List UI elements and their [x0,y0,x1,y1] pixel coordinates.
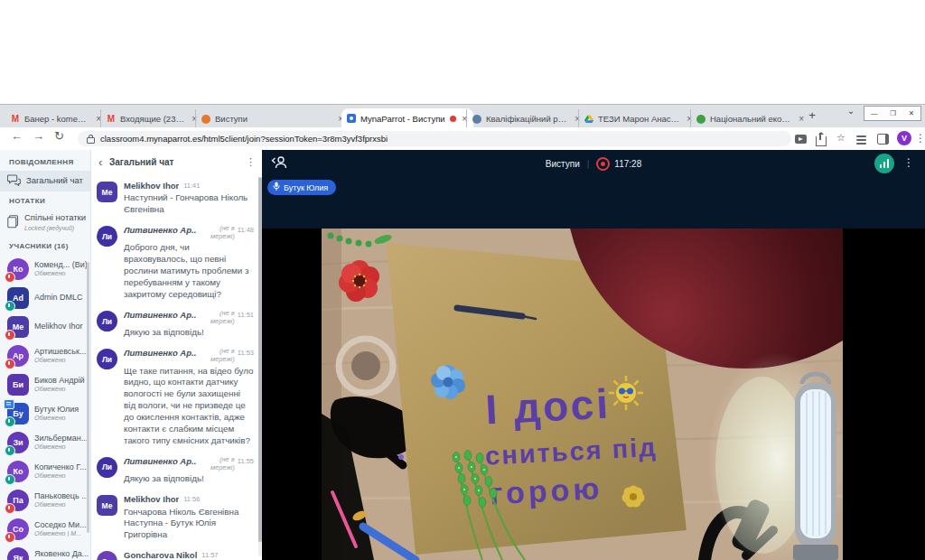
browser-tab-vystupy[interactable]: Виступи × [195,109,350,128]
avatar: Ли [97,226,117,247]
chat-menu-icon[interactable]: ⋮ [246,156,256,168]
browser-tab-strip: M Банер - komendantov@n × M Входящие (23… [0,104,925,128]
chat-bubbles-icon [7,174,21,188]
participant-row[interactable]: Ар Артишевськ...Обмежено [0,341,90,370]
sidebar-item-public-chat[interactable]: Загальний чат [0,171,90,191]
tab-title: Входящие (23) - komenda [120,114,186,124]
browser-tab-qualification[interactable]: Кваліфікаційний раунд 2 × [466,109,586,128]
participant-row[interactable]: Ad Admin DMLC [0,284,90,313]
url-bar[interactable]: classroom4.mynaparrot.es/html5client/joi… [78,131,791,146]
video-text-line1: І досі [484,379,612,433]
participant-row[interactable]: Me Melikhov Ihor [0,313,90,341]
profile-avatar[interactable]: V [897,131,911,145]
share-icon[interactable] [816,135,827,146]
side-panel-icon[interactable] [877,134,889,145]
stage-menu-icon[interactable]: ⋮ [903,156,914,169]
globe-icon [472,115,481,124]
muted-mic-badge [5,272,15,283]
classroom-app: ПОВІДОМЛЕННЯ Загальний чат НОТАТКИ Спіль… [0,150,925,560]
muted-mic-badge [5,330,15,341]
back-button[interactable]: ← [11,129,23,143]
participants-list: Ко Коменд... (Ви)Обмежено Ad Admin DMLC … [0,255,90,560]
chat-message: Go Goncharova Nikol11:57 + [97,550,254,560]
tab-title: ТЕЗИ Марон Анастасія - [598,114,681,124]
gmail-icon: M [11,115,20,124]
connection-status-icon[interactable] [874,154,894,173]
muted-mic-badge [5,503,15,514]
gmail-icon: M [107,115,116,124]
separator: | [587,159,590,169]
browser-tab-eco[interactable]: Національний еколого-н × [690,109,810,128]
maximize-button[interactable]: ❐ [890,109,896,117]
mic-icon [273,182,280,193]
tab-search-chevron-icon[interactable]: ⌄ [844,106,858,122]
participant-row[interactable]: Па Паньковець ...Обмежено [0,486,90,515]
chat-message: Ли Литвиненко Ар...(не в мережі)11:48 До… [97,225,254,301]
sidebar-item-label: Загальний чат [26,176,83,186]
reload-button[interactable]: ↻ [54,129,64,143]
moodle-icon [201,115,210,124]
avatar: Ad [7,287,29,309]
avatar: Ар [7,345,29,367]
screen: M Банер - komendantov@n × M Входящие (23… [0,0,925,560]
chat-message: Me Melikhov Ihor11:56 Гончарова Ніколь Є… [97,494,254,541]
meeting-title: Виступи [546,159,580,169]
listen-badge [5,474,15,485]
chat-message: Ли Литвиненко Ар...(не в мережі)11:53 Ще… [97,348,254,447]
browser-menu-icon[interactable]: ⋮ [915,132,925,145]
reading-list-icon[interactable] [856,135,866,145]
participant-row[interactable]: Со Соседко Ми...Обмежено | М... [0,515,90,544]
media-control-icon[interactable] [795,135,807,144]
chat-message: Ли Литвиненко Ар...(не в мережі)11:55 Дя… [97,456,254,485]
speaker-name: Бутук Юлия [284,183,328,192]
avatar: Ли [97,311,117,331]
participants-scrollbar[interactable] [87,262,89,533]
avatar: Ко [7,258,29,280]
participant-row[interactable]: Ко Копиченко Г...Обмежено [0,457,90,486]
window-controls: — ❐ ✕ [864,106,921,121]
presentation-video-frame: І досі сниться під горою [322,229,843,560]
left-nav-panel: ПОВІДОМЛЕННЯ Загальний чат НОТАТКИ Спіль… [0,150,90,560]
muted-mic-badge [5,532,15,543]
tab-title: Кваліфікаційний раунд 2 [486,114,569,124]
sidebar-item-shared-notes[interactable]: Спільні нотатки Locked (ведучий) [0,210,90,237]
recording-timer: 117:28 [614,159,641,169]
recording-indicator[interactable]: 117:28 [596,157,641,171]
notes-label: Спільні нотатки [24,212,86,222]
screen-share-video[interactable]: І досі сниться під горою [262,229,925,560]
muted-mic-badge [5,359,15,369]
presenter-icon [4,399,14,409]
talking-speaker-pill[interactable]: Бутук Юлия [267,180,336,195]
tab-recording-dot [450,116,456,122]
participant-row-presenter[interactable]: Бу Бутук ЮлияОбмежено [0,399,90,428]
tab-title: Виступи [215,114,332,124]
sidebar-item-label: Спільні нотатки Locked (ведучий) [24,213,86,233]
browser-tab-gmail-2[interactable]: M Входящие (23) - komenda × [100,109,203,128]
chat-message: Me Melikhov Ihor11:41 Наступний - Гончар… [97,181,254,216]
participant-row[interactable]: Би Биков АндрійОбмежено [0,370,90,399]
browser-tab-mynaparrot-active[interactable]: MynaParrot - Виступи × [341,108,473,128]
new-tab-button[interactable]: + [804,107,820,124]
avatar: Би [7,374,29,396]
notes-sub-label: Locked (ведучий) [24,225,74,231]
collapse-chat-icon[interactable]: ‹ [98,155,109,169]
participant-row[interactable]: Зи Зильберман...Обмежено [0,428,90,457]
bookmark-star-icon[interactable]: ☆ [836,132,846,144]
mynaparrot-icon [347,114,356,123]
notes-header: НОТАТКИ [0,197,90,205]
url-text: classroom4.mynaparrot.es/html5client/joi… [100,134,388,144]
minimize-button[interactable]: — [871,109,878,117]
chat-message: Ли Литвиненко Ар...(не в мережі)11:51 Дя… [97,310,254,339]
stage-top-bar: Виступи | 117:28 ⋮ [262,150,925,177]
participant-row[interactable]: Як Яковенко Да...Обмежено [0,544,90,560]
browser-tab-drive[interactable]: ТЕЗИ Марон Анастасія - × [578,109,698,128]
forward-button[interactable]: → [33,129,44,143]
browser-tab-gmail-1[interactable]: M Банер - komendantov@n × [5,109,107,128]
avatar: Me [7,316,29,338]
window-close-button[interactable]: ✕ [909,109,914,117]
participant-row[interactable]: Ко Коменд... (Ви)Обмежено [0,255,90,284]
avatar: Ли [97,457,117,478]
avatar: Go [97,551,117,560]
listen-badge [5,416,15,427]
avatar: Бу [7,403,29,425]
